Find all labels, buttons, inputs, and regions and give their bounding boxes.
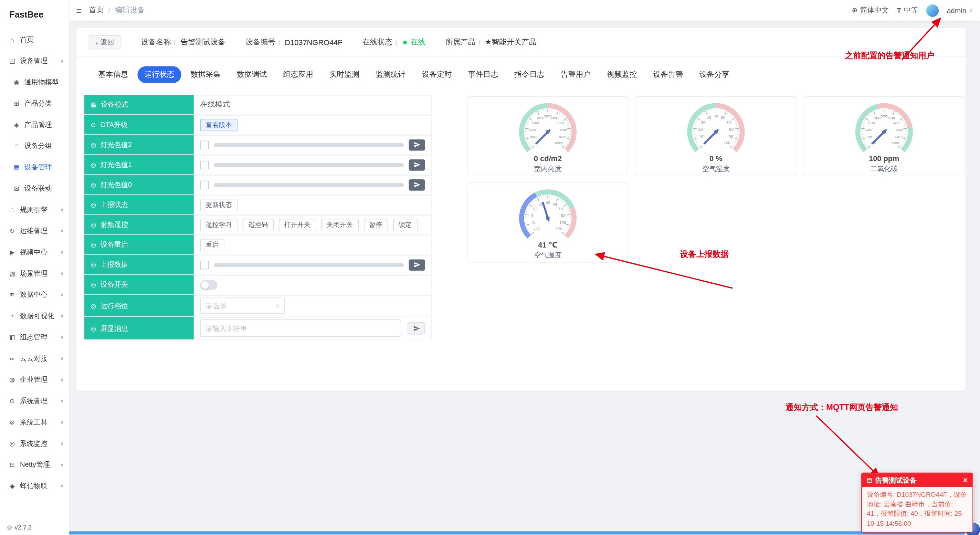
scene-manage-icon: ▧ (8, 269, 16, 277)
system-monitor-icon: ◎ (8, 439, 16, 446)
sidebar-item-label: 运维管理 (20, 226, 48, 235)
chevron-up-icon: ∧ (60, 58, 65, 63)
sidebar-item-label: 设备分组 (24, 141, 52, 150)
sidebar-item-Netty管理[interactable]: ⊟Netty管理∨ (0, 454, 69, 475)
globe-icon: ⊕ (852, 6, 858, 14)
svg-text:8000: 8000 (560, 128, 567, 132)
svg-text:4000: 4000 (537, 116, 544, 120)
user-menu[interactable]: admin ∨ (947, 6, 972, 14)
breadcrumb-home[interactable]: 首页 (89, 5, 104, 16)
svg-text:-20: -20 (534, 226, 540, 231)
svg-text:40: 40 (707, 115, 711, 120)
sidebar-item-label: 数据可视化 (20, 311, 54, 320)
svg-text:4230: 4230 (893, 121, 900, 125)
username: admin (947, 6, 966, 14)
sidebar-item-通用物模型[interactable]: ◉通用物模型 (0, 71, 69, 92)
sidebar-item-label: 设备联动 (24, 183, 52, 193)
gauge-card-空气湿度: 01020304050607080901000 %空气湿度 (636, 96, 797, 176)
sidebar-item-首页[interactable]: ⌂首页 (0, 29, 69, 50)
svg-text:3050: 3050 (881, 114, 888, 118)
sidebar-item-label: 场景管理 (20, 269, 48, 278)
sidebar-item-产品管理[interactable]: ◈产品管理 (0, 114, 69, 135)
sidebar-item-label: 视频中心 (20, 247, 48, 256)
sidebar-item-组态管理[interactable]: ◧组态管理∨ (0, 326, 69, 348)
sidebar-item-label: 组态管理 (20, 332, 48, 342)
close-icon[interactable]: × (963, 476, 967, 484)
gauge-chart: 1006901280187024603050364042304820541060… (805, 97, 964, 162)
scada-manage-icon: ◧ (8, 334, 16, 341)
breadcrumb-current: 编辑设备 (115, 5, 145, 16)
gauge-pivot (714, 130, 718, 134)
sidebar-item-label: 产品管理 (24, 120, 52, 129)
sidebar-item-规则引擎[interactable]: ∴规则引擎∨ (0, 199, 69, 220)
sidebar-item-label: 系统工具 (20, 417, 48, 427)
sidebar-item-蜂信物联[interactable]: ◆蜂信物联∨ (0, 475, 69, 497)
sidebar-item-系统管理[interactable]: ⊙系统管理∨ (0, 390, 69, 411)
rule-engine-icon: ∴ (8, 206, 16, 213)
svg-text:92: 92 (561, 213, 566, 218)
gauge-value: 0 % (636, 154, 795, 163)
sidebar-item-设备联动[interactable]: ⊠设备联动 (0, 178, 69, 199)
sidebar: FastBee ⌂首页▤设备管理∧◉通用物模型⊞产品分类◈产品管理≡设备分组▦设… (0, 0, 70, 535)
main-content: ‹ 返回 设备名称：告警测试设备 设备编号：D1037NGRO44F 在线状态：… (69, 21, 980, 535)
gauge-area: 0100020003000400050006000700080009000100… (76, 28, 966, 391)
svg-text:7000: 7000 (557, 121, 564, 125)
svg-text:-6: -6 (531, 220, 535, 225)
version-icon: ⊚ (7, 524, 12, 531)
sidebar-item-场景管理[interactable]: ▧场景管理∨ (0, 263, 69, 284)
alert-toast-title: 告警测试设备 (875, 475, 917, 485)
language-switcher[interactable]: ⊕ 简体中文 (852, 5, 889, 15)
system-tools-icon: ⊗ (8, 419, 16, 425)
gauge-card-室内亮度: 0100020003000400050006000700080009000100… (468, 96, 628, 176)
enterprise-icon: ◍ (8, 376, 16, 383)
svg-text:4820: 4820 (896, 128, 903, 132)
sidebar-item-label: 首页 (20, 35, 34, 44)
product-manage-icon: ◈ (13, 121, 21, 128)
sidebar-item-云云对接[interactable]: ∞云云对接∨ (0, 348, 69, 369)
sidebar-item-视频中心[interactable]: ▶视频中心∨ (0, 241, 69, 263)
font-size-switcher[interactable]: T 中等 (897, 5, 918, 15)
chevron-down-icon: ∨ (60, 334, 65, 339)
gauge-value: 41 ℃ (468, 240, 627, 249)
svg-text:10: 10 (699, 134, 703, 139)
sidebar-item-运维管理[interactable]: ↻运维管理∨ (0, 220, 69, 241)
chevron-down-icon: ∨ (60, 483, 65, 489)
sidebar-item-系统监控[interactable]: ◎系统监控∨ (0, 432, 69, 454)
gauge-value: 0 cd/m2 (468, 154, 627, 163)
app-version: ⊚ v2.7.2 (7, 524, 32, 531)
svg-text:106: 106 (559, 220, 566, 225)
sidebar-item-设备管理[interactable]: ▦设备管理 (0, 156, 69, 178)
svg-text:690: 690 (866, 135, 872, 139)
sidebar-item-企业管理[interactable]: ◍企业管理∨ (0, 369, 69, 390)
sidebar-item-设备分组[interactable]: ≡设备分组 (0, 135, 69, 156)
svg-text:9000: 9000 (559, 135, 566, 139)
sidebar-item-label: 系统管理 (20, 396, 48, 405)
avatar[interactable] (926, 4, 939, 16)
sidebar-item-系统工具[interactable]: ⊗系统工具∨ (0, 411, 69, 433)
product-category-icon: ⊞ (13, 100, 21, 107)
annotation-bottom: 通知方式：MQTT网页告警通知 (786, 402, 898, 413)
chevron-down-icon: ∨ (60, 249, 65, 255)
svg-text:80: 80 (729, 127, 734, 132)
sidebar-item-产品分类[interactable]: ⊞产品分类 (0, 92, 69, 114)
data-center-icon: ≋ (8, 291, 16, 298)
fastbee-iot-icon: ◆ (8, 482, 16, 489)
data-visual-icon: ◔ (8, 312, 16, 319)
svg-text:10000: 10000 (554, 141, 563, 145)
svg-text:3640: 3640 (888, 116, 895, 120)
horizontal-scrollbar[interactable] (69, 531, 965, 534)
sidebar-item-label: 设备管理 (24, 162, 52, 172)
hamburger-icon[interactable]: ≡ (76, 5, 81, 15)
svg-text:5000: 5000 (544, 114, 552, 118)
sidebar-item-数据可视化[interactable]: ◔数据可视化∨ (0, 305, 69, 326)
chevron-down-icon: ∨ (60, 398, 65, 403)
sidebar-item-设备管理[interactable]: ▤设备管理∧ (0, 50, 69, 71)
app-logo[interactable]: FastBee (0, 0, 69, 29)
sidebar-item-数据中心[interactable]: ≋数据中心∨ (0, 284, 69, 305)
device-link-icon: ⊠ (13, 185, 21, 192)
chevron-down-icon: ∨ (60, 440, 65, 446)
gauge-card-空气温度: -20-6822365064789210612041 ℃空气温度 (468, 183, 628, 262)
device-group-icon: ≡ (13, 142, 21, 149)
sidebar-item-label: 通用物模型 (24, 77, 59, 86)
chevron-down-icon: ∨ (60, 313, 65, 318)
